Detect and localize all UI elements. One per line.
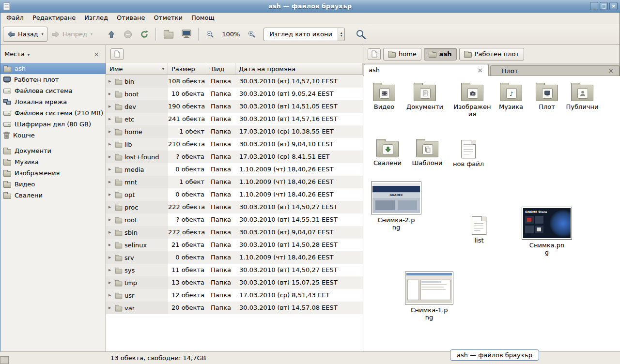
folder-public[interactable]: Публични	[563, 82, 601, 110]
folder-downloads[interactable]: Свалени	[369, 138, 406, 167]
expander-icon[interactable]: ▶	[108, 76, 113, 88]
titlebar[interactable]: ash — файлов браузър _ □ ×	[0, 0, 620, 13]
file-name-cell[interactable]: ▶media	[106, 163, 168, 176]
tab-ash[interactable]: ash ×	[364, 64, 489, 76]
column-header-type[interactable]: Вид	[208, 63, 235, 75]
file-name-cell[interactable]: ▶etc	[106, 113, 168, 125]
sidebar-item-videos[interactable]: Видео	[0, 179, 106, 190]
window-menu-icon[interactable]	[2, 2, 11, 11]
table-row[interactable]: ▶lib210 обектаПапка30.03.2010 (вт) 9,04,…	[106, 138, 363, 151]
table-row[interactable]: ▶media0 обектаПапка1.10.2009 (чт) 18,40,…	[106, 163, 363, 176]
close-button[interactable]: ×	[609, 2, 618, 10]
table-row[interactable]: ▶var20 обектаПапка30.03.2010 (вт) 14,57,…	[106, 302, 363, 314]
table-row[interactable]: ▶tmp13 обектаПапка30.03.2010 (вт) 15,07,…	[106, 276, 363, 289]
file-name-cell[interactable]: ▶sbin	[106, 226, 168, 239]
table-row[interactable]: ▶usr12 обектаПапка17.03.2010 (ср) 8,51,4…	[106, 289, 363, 302]
taskbar-window-label[interactable]: ash — файлов браузър	[450, 349, 539, 361]
combo-spinner-icon[interactable]: ▴▾	[338, 28, 345, 41]
sidebar-title-dropdown[interactable]: Места ▾	[4, 50, 30, 58]
minimize-button[interactable]: _	[590, 2, 598, 10]
sidebar-item-ash[interactable]: ash	[0, 63, 106, 74]
table-row[interactable]: ▶selinux21 обектаПапка30.03.2010 (вт) 14…	[106, 239, 363, 251]
expander-icon[interactable]: ▶	[108, 252, 113, 264]
file-snimka-1[interactable]: Снимка-1.png	[403, 272, 456, 321]
file-name-cell[interactable]: ▶sys	[106, 264, 168, 276]
file-name-cell[interactable]: ▶bin	[106, 75, 168, 88]
table-row[interactable]: ▶opt0 обектаПапка1.10.2009 (чт) 18,40,26…	[106, 188, 363, 201]
file-name-cell[interactable]: ▶lost+found	[106, 151, 168, 163]
home-button[interactable]	[159, 27, 178, 42]
expander-icon[interactable]: ▶	[108, 101, 113, 113]
column-header-name[interactable]: Име ▾	[106, 63, 168, 75]
file-list-body[interactable]: ▶bin108 обектаПапка30.03.2010 (вт) 14,57…	[106, 75, 363, 351]
up-button[interactable]	[103, 27, 120, 42]
maximize-button[interactable]: □	[600, 2, 608, 10]
computer-button[interactable]	[178, 27, 195, 42]
table-row[interactable]: ▶home1 обектПапка17.03.2010 (ср) 10,38,5…	[106, 125, 363, 138]
expander-icon[interactable]: ▶	[108, 138, 113, 151]
expander-icon[interactable]: ▶	[108, 176, 113, 188]
menu-file[interactable]: Файл	[2, 13, 28, 24]
sidebar-item-pictures[interactable]: Изображения	[0, 167, 106, 179]
folder-music[interactable]: ♪ Музика	[495, 82, 527, 110]
breadcrumb-ash[interactable]: ash	[424, 48, 457, 61]
tab-plot[interactable]: Плот ×	[490, 65, 620, 76]
column-header-date[interactable]: Дата на промяна	[235, 63, 363, 75]
sidebar-item-network[interactable]: Локална мрежа	[0, 96, 106, 107]
file-name-cell[interactable]: ▶lib	[106, 138, 168, 151]
file-name-cell[interactable]: ▶home	[106, 125, 168, 138]
file-name-cell[interactable]: ▶boot	[106, 88, 168, 100]
table-row[interactable]: ▶sbin272 обектаПапка30.03.2010 (вт) 9,04…	[106, 226, 363, 239]
folder-documents[interactable]: Документи	[406, 82, 444, 110]
expander-icon[interactable]: ▶	[108, 214, 113, 226]
expander-icon[interactable]: ▶	[108, 113, 113, 125]
sidebar-item-trash[interactable]: Кошче	[0, 130, 106, 141]
sidebar-item-encrypted-80gb[interactable]: Шифриран дял (80 GB)	[0, 119, 106, 130]
expander-icon[interactable]: ▶	[108, 302, 113, 314]
view-mode-select[interactable]: Изглед като икони ▴▾	[264, 28, 345, 41]
search-button[interactable]	[352, 27, 370, 42]
folder-templates[interactable]: Шаблони	[408, 138, 446, 167]
expander-icon[interactable]: ▶	[108, 289, 113, 302]
panel-stub[interactable]	[0, 356, 9, 364]
table-row[interactable]: ▶sys11 обектаПапка30.03.2010 (вт) 14,50,…	[106, 264, 363, 276]
file-name-cell[interactable]: ▶dev	[106, 100, 168, 113]
zoom-in-button[interactable]	[244, 27, 260, 42]
expander-icon[interactable]: ▶	[108, 88, 113, 100]
menu-edit[interactable]: Редактиране	[28, 13, 80, 24]
expander-icon[interactable]: ▶	[108, 126, 113, 138]
file-name-cell[interactable]: ▶root	[106, 213, 168, 226]
expander-icon[interactable]: ▶	[108, 264, 113, 276]
file-snimka-2[interactable]: GUADEC Снимка-2.png	[370, 182, 423, 231]
table-row[interactable]: ▶etc241 обектаПапка30.03.2010 (вт) 14,57…	[106, 113, 363, 125]
file-new-file[interactable]: нов файл	[450, 138, 487, 167]
expander-icon[interactable]: ▶	[108, 151, 113, 163]
stop-button[interactable]	[120, 27, 136, 42]
sidebar-item-downloads[interactable]: Свалени	[0, 190, 106, 201]
file-name-cell[interactable]: ▶proc	[106, 201, 168, 213]
file-name-cell[interactable]: ▶srv	[106, 251, 168, 264]
file-name-cell[interactable]: ▶mnt	[106, 176, 168, 188]
location-toggle-button[interactable]	[110, 48, 124, 60]
menu-help[interactable]: Помощ	[187, 13, 219, 24]
sidebar-item-desktop[interactable]: Работен плот	[0, 74, 106, 85]
menu-view[interactable]: Изглед	[80, 13, 112, 24]
file-name-cell[interactable]: ▶usr	[106, 289, 168, 302]
expander-icon[interactable]: ▶	[108, 239, 113, 251]
sidebar-item-music[interactable]: Музика	[0, 156, 106, 167]
table-row[interactable]: ▶root? обектаПапка30.03.2010 (вт) 14,55,…	[106, 213, 363, 226]
file-name-cell[interactable]: ▶opt	[106, 188, 168, 201]
folder-video[interactable]: Видео	[365, 82, 403, 110]
sidebar-close-icon[interactable]: ×	[92, 50, 101, 58]
tab-close-icon[interactable]: ×	[607, 67, 615, 75]
breadcrumb-desktop[interactable]: Работен плот	[459, 48, 524, 61]
expander-icon[interactable]: ▶	[108, 227, 113, 239]
file-list[interactable]: list	[460, 214, 498, 244]
file-name-cell[interactable]: ▶selinux	[106, 239, 168, 251]
table-row[interactable]: ▶srv0 обектаПапка1.10.2009 (чт) 18,40,26…	[106, 251, 363, 264]
forward-button[interactable]: Напред ▾	[47, 27, 97, 42]
menu-go[interactable]: Отиване	[112, 13, 149, 24]
table-row[interactable]: ▶lost+found? обектаПапка17.03.2010 (ср) …	[106, 151, 363, 163]
file-name-cell[interactable]: ▶var	[106, 302, 168, 314]
table-row[interactable]: ▶proc222 обектаПапка30.03.2010 (вт) 14,5…	[106, 201, 363, 213]
